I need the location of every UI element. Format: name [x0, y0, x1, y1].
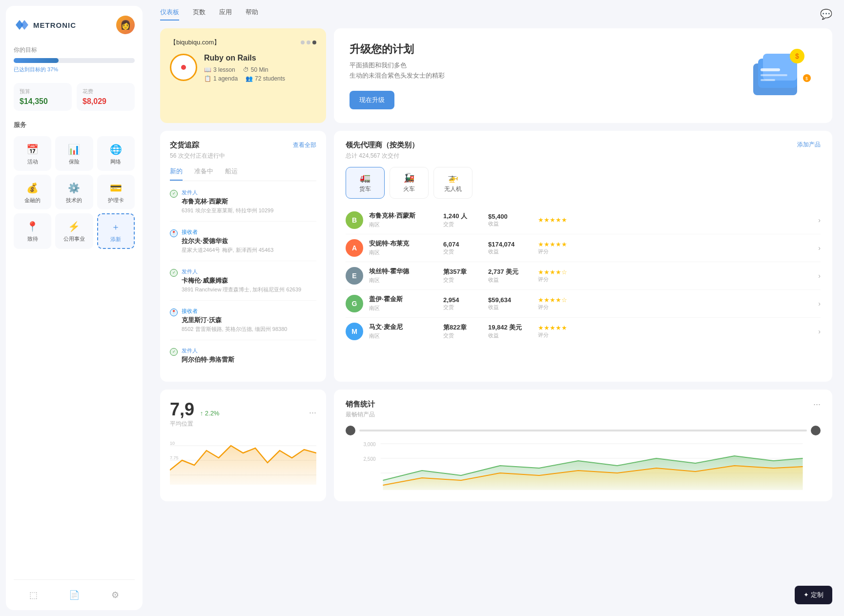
dot2: [307, 41, 310, 44]
agenda-value: 1 agenda: [213, 75, 238, 82]
nav-pages[interactable]: 页数: [193, 8, 206, 21]
agent-card: 领先代理商（按类别） 添加产品 总计 424,567 次交付 🚛 货车 🚂 火车…: [334, 131, 832, 382]
slider-track[interactable]: [359, 430, 807, 431]
addr-4: 8502 普雷斯顿路, 英格尔伍德, 缅因州 98380: [182, 326, 287, 333]
service-item-activities[interactable]: 📅 活动: [14, 136, 51, 171]
avg-more-icon[interactable]: ···: [309, 408, 316, 418]
agent-arrow-5[interactable]: ›: [818, 328, 821, 335]
sidebar-header: METRONIC 👩: [14, 16, 135, 34]
agent-rating-2: ★★★★★ 评分: [538, 241, 567, 255]
agent-avatar-2: A: [346, 239, 363, 257]
cat-tab-drone[interactable]: 🚁 无人机: [433, 167, 473, 199]
students-meta: 👥 72 students: [246, 75, 285, 82]
slider-handle-left[interactable]: [346, 426, 355, 435]
svg-text:10: 10: [170, 441, 175, 446]
service-item-finance[interactable]: 💰 金融的: [14, 175, 51, 209]
meta-row1: 📖 3 lesson ⏱ 50 Min: [204, 66, 285, 73]
lessons-meta: 📖 3 lesson: [204, 66, 235, 73]
addr-2: 星家大道2464号 梅萨, 新泽西州 45463: [182, 246, 273, 254]
truck-icon: 🚛: [360, 172, 371, 183]
svg-rect-3: [761, 68, 780, 71]
host-icon: 📍: [26, 221, 39, 232]
avg-label: 平均位置: [170, 420, 316, 428]
sales-card: 销售统计 ··· 最畅销产品: [334, 390, 832, 501]
agent-revenue-1: $5,400 收益: [488, 213, 532, 227]
content-area: 【biqubiqu.com】 Ruby on Rails: [148, 21, 844, 616]
duration-value: 50 Min: [251, 66, 268, 73]
agent-info-2: 安妮特·布莱克 南区: [369, 239, 437, 256]
delivery-item-4: 📍 接收者 克里斯汀·沃森 8502 普雷斯顿路, 英格尔伍德, 缅因州 983…: [170, 308, 316, 340]
delivery-header: 交货追踪 查看全部: [170, 141, 316, 150]
nav-dashboard[interactable]: 仪表板: [160, 8, 179, 21]
agent-rating-4: ★★★★☆ 评分: [538, 296, 567, 311]
agent-arrow-2[interactable]: ›: [818, 244, 821, 252]
service-item-host[interactable]: 📍 致待: [14, 213, 51, 249]
agent-arrow-4[interactable]: ›: [818, 300, 821, 308]
slider-handle-right[interactable]: [811, 426, 821, 435]
service-item-network[interactable]: 🌐 网络: [97, 136, 135, 171]
tab-shipping[interactable]: 船运: [225, 167, 238, 181]
cat-tab-train[interactable]: 🚂 火车: [390, 167, 429, 199]
add-new-service-button[interactable]: ＋ 添新: [97, 213, 135, 249]
agent-revenue-3: 2,737 美元 收益: [488, 267, 532, 284]
agent-row-1: B 布鲁克林·西蒙斯 南区 1,240 人 交货 $5,400 收益 ★★★★: [346, 206, 821, 234]
avg-value: 7,9: [170, 399, 194, 419]
students-value: 72 students: [255, 75, 285, 82]
delivery-item-3: ✓ 发件人 卡梅伦·威廉姆森 3891 Ranchview 理查森博士, 加利福…: [170, 268, 316, 301]
settings-icon[interactable]: ⚙: [111, 590, 119, 600]
sales-subtitle: 最畅销产品: [346, 411, 821, 419]
service-item-utility[interactable]: ⚡ 公用事业: [55, 213, 93, 249]
agent-avatar-1: B: [346, 211, 363, 229]
add-product-button[interactable]: 添加产品: [797, 141, 821, 149]
layers-icon[interactable]: ⬚: [29, 590, 38, 600]
addr-1: 6391 埃尔全至塞莱斯, 特拉华州 10299: [182, 207, 273, 214]
delivery-tabs: 新的 准备中 船运: [170, 167, 316, 181]
course-main: Ruby on Rails 📖 3 lesson ⏱ 50 Min: [170, 54, 316, 82]
agent-rating-5: ★★★★★ 评分: [538, 324, 567, 339]
svg-text:7.75: 7.75: [170, 455, 179, 460]
progress-bar-bg: [14, 58, 135, 63]
agent-card-header: 领先代理商（按类别） 添加产品: [346, 141, 821, 150]
upgrade-button[interactable]: 现在升级: [350, 91, 394, 109]
agent-stat-5: 第822章 交货: [443, 323, 482, 339]
nav-help[interactable]: 帮助: [246, 8, 258, 21]
agenda-meta: 📋 1 agenda: [204, 75, 238, 82]
svg-text:2,500: 2,500: [364, 456, 376, 462]
tab-preparing[interactable]: 准备中: [194, 167, 213, 181]
sender-dot-1: ✓: [170, 190, 178, 198]
document-icon[interactable]: 📄: [69, 590, 80, 600]
goal-label: 你的目标: [14, 46, 135, 54]
avg-position-card: 7,9 ↑ 2.2% ··· 平均位置: [160, 390, 326, 501]
upgrade-illustration: $ $: [739, 44, 817, 107]
service-item-card[interactable]: 💳 护理卡: [97, 175, 135, 209]
category-tabs: 🚛 货车 🚂 火车 🚁 无人机: [346, 167, 821, 199]
course-info: Ruby on Rails 📖 3 lesson ⏱ 50 Min: [204, 54, 285, 82]
user-avatar[interactable]: 👩: [116, 16, 135, 34]
delivery-link[interactable]: 查看全部: [293, 141, 316, 149]
svg-text:3,000: 3,000: [364, 442, 376, 447]
course-circle-inner: [181, 65, 186, 70]
nav-apps[interactable]: 应用: [219, 8, 232, 21]
customize-button[interactable]: ✦ 定制: [795, 586, 832, 604]
service-grid: 📅 活动 📊 保险 🌐 网络 💰 金融的 ⚙️ 技术的 💳 护理卡 📍 致待 ⚡: [14, 136, 135, 249]
sales-more-icon[interactable]: ···: [813, 399, 821, 410]
role-3: 发件人: [182, 268, 301, 275]
agent-info-1: 布鲁克林·西蒙斯 南区: [369, 211, 437, 228]
finance-icon: 💰: [26, 182, 39, 194]
agent-title: 领先代理商（按类别）: [346, 141, 419, 150]
notification-icon[interactable]: 💬: [820, 8, 832, 20]
utility-icon: ⚡: [68, 221, 80, 232]
agent-rating-1: ★★★★★: [538, 216, 567, 224]
agent-arrow-3[interactable]: ›: [818, 272, 821, 280]
agent-arrow-1[interactable]: ›: [818, 216, 821, 224]
upgrade-desc: 平面插图和我们多色 生动的未混合紫色头发女士的精彩: [350, 61, 445, 81]
agent-subtitle: 总计 424,567 次交付: [346, 152, 821, 160]
cat-tab-truck[interactable]: 🚛 货车: [346, 167, 385, 199]
role-5: 发件人: [182, 347, 234, 354]
insurance-icon: 📊: [68, 144, 80, 155]
service-item-tech[interactable]: ⚙️ 技术的: [55, 175, 93, 209]
service-item-insurance[interactable]: 📊 保险: [55, 136, 93, 171]
agent-row-5: M 马文·麦金尼 南区 第822章 交货 19,842 美元 收益 ★★★★★: [346, 318, 821, 345]
expense-label: 花费: [82, 88, 129, 95]
tab-new[interactable]: 新的: [170, 167, 183, 181]
